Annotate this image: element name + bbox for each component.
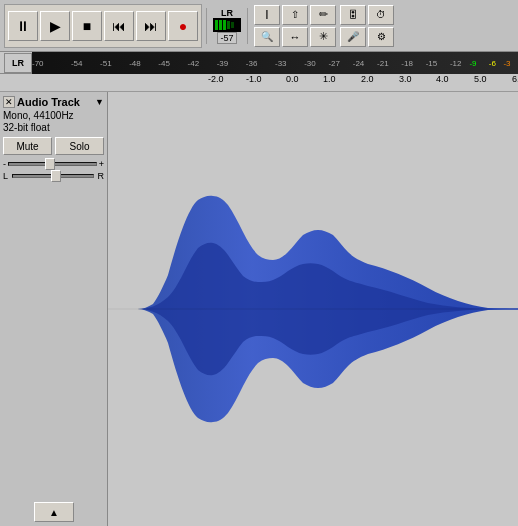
time-tick: 1.0: [323, 74, 336, 84]
db-tick: -42: [188, 58, 200, 67]
cursor-tool[interactable]: I: [254, 5, 280, 25]
solo-button[interactable]: Solo: [55, 137, 104, 155]
time-tool[interactable]: ⏱: [368, 5, 394, 25]
skip-back-button[interactable]: ⏮: [104, 11, 134, 41]
db-tick: -18: [401, 58, 413, 67]
toolbar-separator: [206, 8, 207, 44]
db-tick: -12: [450, 58, 462, 67]
db-tick: -51: [100, 58, 112, 67]
db-tick-6: -6: [489, 58, 496, 67]
track-info-2: 32-bit float: [3, 122, 104, 133]
db-tick: -33: [275, 58, 287, 67]
lr-label: LR: [221, 8, 233, 18]
db-tick: -15: [426, 58, 438, 67]
track-mute-solo: Mute Solo: [3, 137, 104, 155]
time-tick: 4.0: [436, 74, 449, 84]
zoom-fit-tool[interactable]: ↔: [282, 27, 308, 47]
time-tick: 5.0: [474, 74, 487, 84]
track-controls: ✕ Audio Track ▼ Mono, 44100Hz 32-bit flo…: [0, 92, 108, 526]
bottom-bar: ▲: [0, 498, 108, 526]
play-button[interactable]: ▶: [40, 11, 70, 41]
db-tick: -70: [32, 58, 44, 67]
db-tick: -36: [246, 58, 258, 67]
toolbar: ⏸ ▶ ■ ⏮ ⏭ ● LR -57 I ⇧ ✏ 🔍 ↔ ✳ 🎛 ⏱ 🎤 ⚙: [0, 0, 518, 52]
waveform-area[interactable]: 1.0 0.9 0.8 0.7 0.6 0.5 0.4 0.3 0.2 0.1 …: [108, 92, 518, 526]
track-info-1: Mono, 44100Hz: [3, 110, 104, 121]
db-tick: -27: [328, 58, 340, 67]
skip-fwd-button[interactable]: ⏭: [136, 11, 166, 41]
transport-controls: ⏸ ▶ ■ ⏮ ⏭ ●: [4, 4, 202, 48]
select-tool[interactable]: ⇧: [282, 5, 308, 25]
pan-r-label: R: [98, 171, 105, 181]
db-tick-9: -9: [469, 58, 476, 67]
db-tick: -24: [353, 58, 365, 67]
track-name: Audio Track: [15, 96, 95, 108]
db-readout: -57: [217, 32, 236, 44]
time-tick: -2.0: [208, 74, 224, 84]
extra-tool[interactable]: ⚙: [368, 27, 394, 47]
db-tick: -30: [304, 58, 316, 67]
pan-thumb[interactable]: [51, 170, 61, 182]
pause-button[interactable]: ⏸: [8, 11, 38, 41]
collapse-button[interactable]: ▲: [34, 502, 74, 522]
multi-tool[interactable]: ✳: [310, 27, 336, 47]
db-tick-3: -3: [503, 58, 510, 67]
vu-bar: [213, 18, 241, 32]
db-tick: -54: [71, 58, 83, 67]
track-close-button[interactable]: ✕: [3, 96, 15, 108]
waveform-svg: [108, 92, 518, 526]
vol-plus: +: [99, 159, 104, 169]
db-ruler: -70 -54 -51 -48 -45 -42 -39 -36 -33 -30 …: [32, 52, 518, 74]
env-tool[interactable]: 🎛: [340, 5, 366, 25]
extra-tools: 🎛 ⏱ 🎤 ⚙: [340, 5, 394, 47]
time-tick: 2.0: [361, 74, 374, 84]
db-tick: -45: [158, 58, 170, 67]
pan-slider[interactable]: [12, 174, 93, 178]
stop-button[interactable]: ■: [72, 11, 102, 41]
time-tick: -1.0: [246, 74, 262, 84]
volume-thumb[interactable]: [45, 158, 55, 170]
time-tick: 6.0: [512, 74, 518, 84]
main-area: ✕ Audio Track ▼ Mono, 44100Hz 32-bit flo…: [0, 92, 518, 526]
pan-slider-row: L R: [3, 171, 104, 181]
time-tick: 3.0: [399, 74, 412, 84]
toolbar-sep2: [247, 8, 248, 44]
db-tick: -39: [217, 58, 229, 67]
lr-badge: LR: [4, 53, 32, 73]
time-tick: 0.0: [286, 74, 299, 84]
record-button[interactable]: ●: [168, 11, 198, 41]
volume-slider[interactable]: [8, 162, 97, 166]
tool-buttons: I ⇧ ✏ 🔍 ↔ ✳: [254, 5, 336, 47]
track-header: ✕ Audio Track ▼: [3, 96, 104, 108]
zoom-in-tool[interactable]: 🔍: [254, 27, 280, 47]
track-expand-arrow[interactable]: ▼: [95, 97, 104, 107]
volume-slider-row: - +: [3, 159, 104, 169]
pan-l-label: L: [3, 171, 8, 181]
db-tick: -48: [129, 58, 141, 67]
draw-tool[interactable]: ✏: [310, 5, 336, 25]
time-ruler: -2.0 -1.0 0.0 1.0 2.0 3.0 4.0 5.0 6.0 7.…: [0, 74, 518, 92]
db-tick: -21: [377, 58, 389, 67]
mute-button[interactable]: Mute: [3, 137, 52, 155]
level-bar: LR -70 -54 -51 -48 -45 -42 -39 -36 -33 -…: [0, 52, 518, 74]
lr-indicator: LR -57: [213, 8, 241, 44]
mic-tool[interactable]: 🎤: [340, 27, 366, 47]
vol-minus: -: [3, 159, 6, 169]
